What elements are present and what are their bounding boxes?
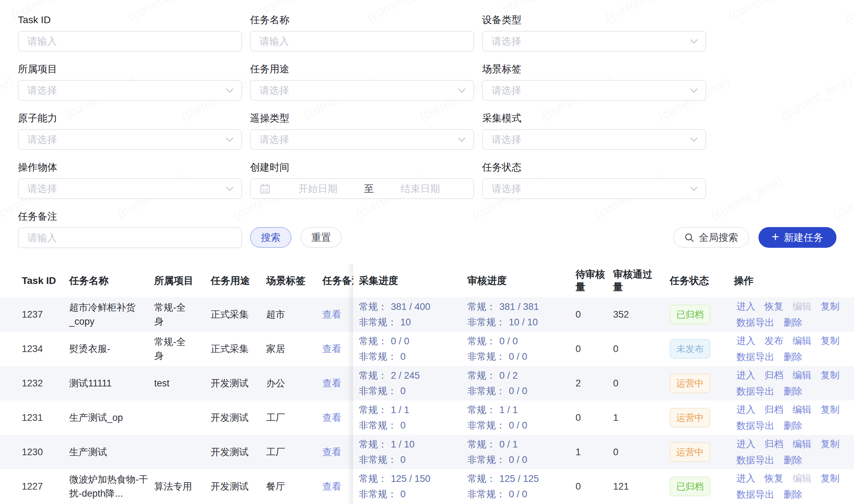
cell-task-id: 1230 bbox=[22, 435, 64, 469]
col-header-task-id: Task ID bbox=[22, 264, 64, 297]
row-actions: 进入发布编辑复制数据导出删除 bbox=[736, 332, 842, 366]
action-link[interactable]: 复制 bbox=[821, 300, 840, 313]
task-remark-input[interactable]: 请输入 bbox=[18, 227, 242, 248]
regular-value: 125 / 125 bbox=[499, 471, 539, 486]
action-link[interactable]: 进入 bbox=[736, 334, 755, 347]
plus-icon: + bbox=[771, 231, 779, 243]
task-id-input[interactable]: 请输入 bbox=[18, 31, 242, 52]
placeholder-text: 请选择 bbox=[27, 84, 57, 97]
filter-field-teleop-type: 遥操类型 请选择 bbox=[250, 113, 474, 150]
chevron-down-icon bbox=[690, 137, 698, 142]
cell-task-name: 超市冷鲜柜补货_copy bbox=[69, 297, 148, 332]
action-link[interactable]: 删除 bbox=[783, 316, 802, 329]
filter-field-purpose: 任务用途 请选择 bbox=[250, 64, 474, 101]
cell-purpose: 开发测试 bbox=[211, 435, 258, 469]
filter-field-task-status: 任务状态 请选择 bbox=[482, 162, 706, 199]
action-link[interactable]: 删除 bbox=[783, 419, 802, 432]
filter-field-task-remark: 任务备注 请输入 bbox=[18, 211, 242, 248]
row-actions: 进入归档编辑复制数据导出删除 bbox=[736, 435, 842, 469]
regular-label: 常规： bbox=[467, 299, 496, 314]
view-remark-link[interactable]: 查看 bbox=[322, 307, 341, 321]
collect-mode-select[interactable]: 请选择 bbox=[482, 129, 706, 150]
device-type-select[interactable]: 请选择 bbox=[482, 31, 706, 52]
reset-button[interactable]: 重置 bbox=[301, 227, 342, 248]
action-link[interactable]: 复制 bbox=[821, 403, 840, 416]
action-link[interactable]: 编辑 bbox=[793, 437, 812, 451]
teleop-type-select[interactable]: 请选择 bbox=[250, 129, 474, 150]
action-link[interactable]: 数据导出 bbox=[736, 350, 774, 364]
view-remark-link[interactable]: 查看 bbox=[322, 411, 341, 425]
cell-task-name: 微波炉加热食物-干扰-depth降... bbox=[69, 469, 148, 504]
action-link[interactable]: 数据导出 bbox=[736, 316, 774, 329]
action-link[interactable]: 进入 bbox=[736, 472, 755, 485]
action-link[interactable]: 删除 bbox=[783, 350, 802, 364]
scene-tag-select[interactable]: 请选择 bbox=[482, 80, 706, 101]
start-date-placeholder[interactable]: 开始日期 bbox=[274, 182, 362, 195]
view-remark-link[interactable]: 查看 bbox=[322, 342, 341, 356]
action-link[interactable]: 归档 bbox=[764, 403, 783, 416]
action-link[interactable]: 复制 bbox=[821, 472, 840, 485]
action-link[interactable]: 复制 bbox=[821, 369, 840, 382]
irregular-value: 0 bbox=[400, 486, 406, 502]
action-link[interactable]: 数据导出 bbox=[736, 419, 774, 432]
action-link[interactable]: 进入 bbox=[736, 300, 755, 313]
cell-task-name: 生产测试 bbox=[69, 435, 148, 469]
action-link[interactable]: 编辑 bbox=[793, 403, 812, 416]
field-label: 操作物体 bbox=[18, 162, 242, 173]
cell-scene: 超市 bbox=[266, 297, 308, 332]
view-remark-link[interactable]: 查看 bbox=[322, 479, 341, 493]
field-label: 任务备注 bbox=[18, 211, 242, 222]
end-date-placeholder[interactable]: 结束日期 bbox=[376, 182, 465, 195]
regular-value: 2 / 245 bbox=[391, 368, 420, 383]
field-label: 场景标签 bbox=[482, 64, 706, 74]
action-link[interactable]: 进入 bbox=[736, 369, 755, 382]
object-select[interactable]: 请选择 bbox=[18, 178, 242, 199]
col-header-purpose: 任务用途 bbox=[211, 264, 258, 297]
action-link[interactable]: 进入 bbox=[736, 403, 755, 416]
view-remark-link[interactable]: 查看 bbox=[322, 376, 341, 390]
view-remark-link[interactable]: 查看 bbox=[322, 445, 341, 459]
create-time-range-picker[interactable]: 开始日期 至 结束日期 bbox=[250, 178, 474, 199]
atomic-capability-select[interactable]: 请选择 bbox=[18, 129, 242, 150]
row-actions: 进入恢复编辑复制数据导出删除 bbox=[736, 297, 842, 332]
action-link[interactable]: 恢复 bbox=[764, 472, 783, 485]
action-link[interactable]: 删除 bbox=[783, 385, 802, 398]
cell-task-name: 生产测试_op bbox=[69, 400, 148, 435]
action-link[interactable]: 归档 bbox=[764, 437, 783, 451]
action-link[interactable]: 数据导出 bbox=[736, 488, 774, 501]
action-link[interactable]: 删除 bbox=[783, 453, 802, 467]
col-header-project: 所属项目 bbox=[154, 264, 196, 297]
task-name-input[interactable]: 请输入 bbox=[250, 31, 474, 52]
action-link[interactable]: 数据导出 bbox=[736, 385, 774, 398]
cell-purpose: 正式采集 bbox=[211, 332, 258, 366]
task-table: Task ID 任务名称 所属项目 任务用途 场景标签 任务备注 采集进度 审核… bbox=[0, 264, 854, 504]
cell-scene: 办公 bbox=[266, 366, 308, 400]
action-link[interactable]: 编辑 bbox=[793, 334, 812, 347]
global-search-button[interactable]: 全局搜索 bbox=[673, 227, 749, 248]
action-link[interactable]: 恢复 bbox=[764, 300, 783, 313]
action-link[interactable]: 删除 bbox=[783, 488, 802, 501]
regular-value: 1 / 1 bbox=[499, 402, 518, 418]
chevron-down-icon bbox=[690, 88, 698, 93]
action-link[interactable]: 进入 bbox=[736, 437, 755, 451]
filter-field-project: 所属项目 请选择 bbox=[18, 64, 242, 101]
search-button[interactable]: 搜索 bbox=[250, 227, 291, 248]
field-label: 任务名称 bbox=[250, 15, 474, 25]
cell-pending-count: 2 bbox=[576, 366, 605, 400]
placeholder-text: 请输入 bbox=[27, 35, 57, 48]
field-label: 任务用途 bbox=[250, 64, 474, 74]
action-link[interactable]: 发布 bbox=[764, 334, 783, 347]
action-link[interactable]: 归档 bbox=[764, 369, 783, 382]
task-status-select[interactable]: 请选择 bbox=[482, 178, 706, 199]
placeholder-text: 请选择 bbox=[492, 182, 521, 195]
action-link[interactable]: 复制 bbox=[821, 334, 840, 347]
action-link[interactable]: 编辑 bbox=[793, 369, 812, 382]
col-header-status: 任务状态 bbox=[670, 264, 733, 297]
regular-value: 0 / 1 bbox=[499, 437, 518, 452]
action-link[interactable]: 数据导出 bbox=[736, 453, 774, 467]
purpose-select[interactable]: 请选择 bbox=[250, 80, 474, 101]
new-task-button[interactable]: + 新建任务 bbox=[758, 227, 836, 248]
project-select[interactable]: 请选择 bbox=[18, 80, 242, 101]
action-link[interactable]: 复制 bbox=[821, 437, 840, 451]
irregular-value: 0 bbox=[400, 452, 406, 467]
